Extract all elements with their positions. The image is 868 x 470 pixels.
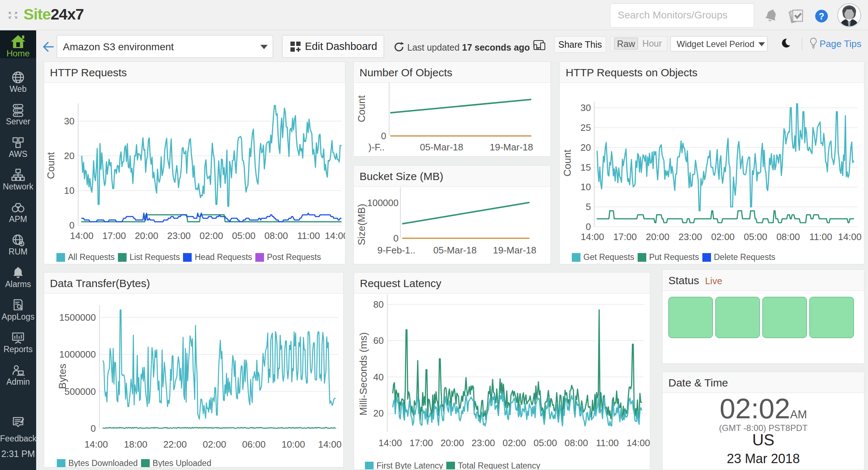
svg-text:0: 0 bbox=[91, 423, 96, 434]
svg-text:0: 0 bbox=[393, 233, 399, 244]
svg-text:100000: 100000 bbox=[367, 197, 399, 208]
svg-text:02:00: 02:00 bbox=[711, 231, 735, 242]
svg-text:14:00: 14:00 bbox=[70, 230, 93, 241]
svg-text:30: 30 bbox=[580, 102, 591, 113]
svg-text:15: 15 bbox=[580, 162, 591, 173]
svg-text:17:00: 17:00 bbox=[409, 437, 433, 448]
svg-text:60: 60 bbox=[373, 335, 384, 346]
svg-text:22:00: 22:00 bbox=[163, 439, 187, 450]
svg-text:02:00: 02:00 bbox=[200, 230, 223, 241]
svg-text:30: 30 bbox=[64, 116, 75, 127]
svg-text:20:00: 20:00 bbox=[441, 437, 464, 448]
svg-text:05:00: 05:00 bbox=[744, 231, 767, 242]
svg-text:Milli-Seconds (ms): Milli-Seconds (ms) bbox=[358, 332, 369, 415]
svg-text:20: 20 bbox=[580, 142, 591, 153]
svg-text:05:00: 05:00 bbox=[533, 437, 557, 448]
svg-text:14:00: 14:00 bbox=[325, 230, 345, 241]
svg-text:10:00: 10:00 bbox=[281, 439, 305, 450]
svg-text:Count: Count bbox=[356, 95, 367, 122]
svg-text:23:00: 23:00 bbox=[472, 437, 495, 448]
svg-text:14:00: 14:00 bbox=[838, 231, 861, 242]
svg-text:18:00: 18:00 bbox=[124, 439, 147, 450]
svg-text:Count: Count bbox=[562, 149, 573, 176]
svg-text:40: 40 bbox=[373, 372, 384, 383]
svg-text:10: 10 bbox=[64, 185, 75, 196]
svg-text:14:00: 14:00 bbox=[580, 231, 604, 242]
svg-text:14:00: 14:00 bbox=[626, 437, 650, 448]
svg-text:25: 25 bbox=[580, 122, 591, 133]
svg-text:02:00: 02:00 bbox=[203, 439, 226, 450]
svg-text:1000000: 1000000 bbox=[59, 349, 96, 360]
svg-text:Size(MB): Size(MB) bbox=[356, 204, 367, 245]
svg-text:14:00: 14:00 bbox=[318, 439, 341, 450]
svg-text:500000: 500000 bbox=[64, 386, 96, 397]
svg-text:80: 80 bbox=[373, 299, 384, 310]
svg-text:Bytes: Bytes bbox=[57, 364, 68, 389]
svg-text:5: 5 bbox=[586, 201, 591, 212]
svg-text:)-F..: )-F.. bbox=[369, 142, 385, 153]
svg-text:0: 0 bbox=[381, 131, 386, 141]
svg-text:14:00: 14:00 bbox=[378, 437, 402, 448]
svg-text:11:00: 11:00 bbox=[809, 231, 832, 242]
svg-text:19-Mar-18: 19-Mar-18 bbox=[493, 245, 536, 256]
svg-text:0: 0 bbox=[586, 221, 591, 232]
svg-text:20: 20 bbox=[64, 150, 75, 161]
svg-text:05-Mar-18: 05-Mar-18 bbox=[420, 142, 463, 153]
svg-text:19-Mar-18: 19-Mar-18 bbox=[490, 142, 533, 153]
svg-text:9-Feb-1..: 9-Feb-1.. bbox=[377, 245, 416, 256]
svg-text:11:00: 11:00 bbox=[596, 437, 619, 448]
svg-text:17:00: 17:00 bbox=[102, 230, 126, 241]
svg-text:08:00: 08:00 bbox=[264, 230, 288, 241]
svg-text:20: 20 bbox=[373, 408, 384, 419]
svg-text:20:00: 20:00 bbox=[646, 231, 669, 242]
svg-text:02:00: 02:00 bbox=[502, 437, 526, 448]
svg-text:23:00: 23:00 bbox=[167, 230, 191, 241]
svg-text:06:00: 06:00 bbox=[242, 439, 265, 450]
svg-text:20:00: 20:00 bbox=[135, 230, 158, 241]
svg-text:08:00: 08:00 bbox=[565, 437, 588, 448]
svg-text:08:00: 08:00 bbox=[776, 231, 800, 242]
svg-text:17:00: 17:00 bbox=[613, 231, 637, 242]
svg-text:14:00: 14:00 bbox=[84, 439, 108, 450]
svg-text:05:00: 05:00 bbox=[232, 230, 255, 241]
svg-text:0: 0 bbox=[69, 220, 75, 231]
svg-text:1500000: 1500000 bbox=[59, 312, 96, 323]
svg-text:11:00: 11:00 bbox=[297, 230, 320, 241]
svg-text:Count: Count bbox=[45, 152, 56, 179]
svg-text:23:00: 23:00 bbox=[678, 231, 702, 242]
svg-text:05-Mar-18: 05-Mar-18 bbox=[433, 245, 477, 256]
svg-text:10: 10 bbox=[580, 181, 591, 192]
